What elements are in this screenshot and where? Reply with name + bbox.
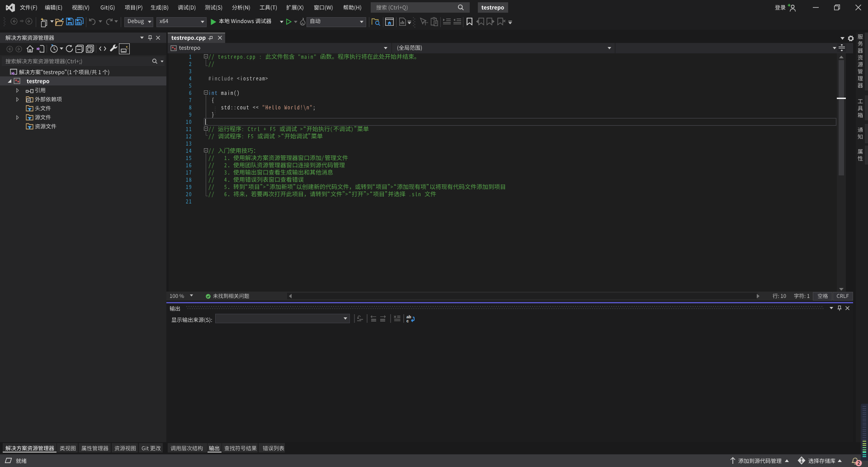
svg-text:c: c xyxy=(406,319,409,323)
svg-text:2: 2 xyxy=(858,461,860,466)
